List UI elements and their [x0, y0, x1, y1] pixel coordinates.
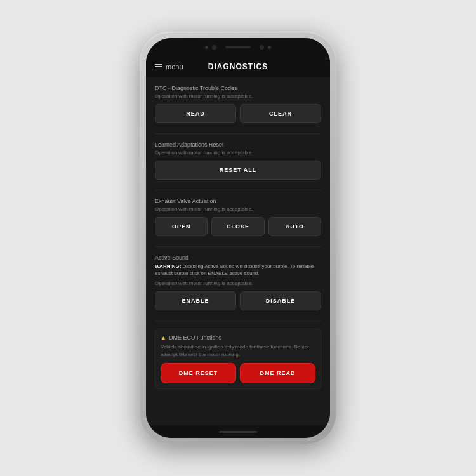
camera-dots [205, 45, 271, 50]
active-sound-warning: WARNING: Disabling Active Sound will dis… [155, 263, 321, 277]
phone-frame: menu DIAGNOSTICS DTC - Diagnostic Troubl… [140, 32, 336, 444]
phone-bottom-bar [146, 425, 330, 438]
clear-button[interactable]: CLEAR [240, 104, 321, 123]
divider-4 [155, 321, 321, 321]
dme-reset-button[interactable]: DME RESET [161, 363, 236, 383]
phone-screen: menu DIAGNOSTICS DTC - Diagnostic Troubl… [146, 38, 330, 438]
dtc-section: DTC - Diagnostic Trouble Codes Operation… [155, 85, 321, 123]
adaptations-section: Learned Adaptations Reset Operation with… [155, 142, 321, 180]
auto-button[interactable]: AUTO [268, 217, 321, 236]
active-sound-buttons: ENABLE DISABLE [155, 291, 321, 310]
dme-read-button[interactable]: DME READ [240, 363, 315, 383]
dme-section: ▲ DME ECU Functions Vehicle should be in… [155, 329, 321, 388]
main-content: DTC - Diagnostic Trouble Codes Operation… [146, 77, 330, 425]
dme-title: DME ECU Functions [169, 334, 221, 341]
warning-label: WARNING: [155, 263, 181, 269]
dtc-subtitle: Operation with motor running is acceptab… [155, 93, 321, 99]
adaptations-title: Learned Adaptations Reset [155, 142, 321, 148]
dme-buttons: DME RESET DME READ [161, 363, 315, 383]
menu-label: menu [166, 63, 183, 70]
dtc-buttons: READ CLEAR [155, 104, 321, 123]
menu-container[interactable]: menu [155, 63, 183, 70]
dot-2 [268, 46, 271, 49]
speaker [225, 46, 251, 48]
dtc-title: DTC - Diagnostic Trouble Codes [155, 85, 321, 91]
active-sound-title: Active Sound [155, 255, 321, 261]
dme-header: ▲ DME ECU Functions [161, 334, 315, 341]
phone-top-bar [146, 38, 330, 56]
camera-2 [260, 45, 264, 50]
dme-description: Vehicle should be in ignition only mode … [161, 343, 315, 357]
hamburger-icon [155, 64, 162, 70]
exhaust-title: Exhaust Valve Actuation [155, 198, 321, 204]
exhaust-section: Exhaust Valve Actuation Operation with m… [155, 198, 321, 236]
screen: menu DIAGNOSTICS DTC - Diagnostic Troubl… [146, 56, 330, 425]
exhaust-buttons: OPEN CLOSE AUTO [155, 217, 321, 236]
close-button[interactable]: CLOSE [211, 217, 264, 236]
camera [212, 45, 216, 50]
active-sound-section: Active Sound WARNING: Disabling Active S… [155, 255, 321, 310]
divider-1 [155, 133, 321, 134]
app-header: menu DIAGNOSTICS [146, 56, 330, 77]
enable-button[interactable]: ENABLE [155, 291, 236, 310]
home-indicator [219, 431, 257, 433]
reset-all-button[interactable]: RESET ALL [155, 161, 321, 180]
read-button[interactable]: READ [155, 104, 236, 123]
active-sound-subtitle: Operation with motor running is acceptab… [155, 281, 321, 286]
open-button[interactable]: OPEN [155, 217, 208, 236]
dot-1 [205, 46, 208, 49]
page-title: DIAGNOSTICS [208, 62, 268, 71]
adaptations-subtitle: Operation with motor running is acceptab… [155, 150, 321, 155]
exhaust-subtitle: Operation with motor running is acceptab… [155, 206, 321, 212]
divider-2 [155, 190, 321, 190]
warning-triangle-icon: ▲ [161, 334, 166, 341]
disable-button[interactable]: DISABLE [240, 291, 321, 310]
divider-3 [155, 246, 321, 247]
